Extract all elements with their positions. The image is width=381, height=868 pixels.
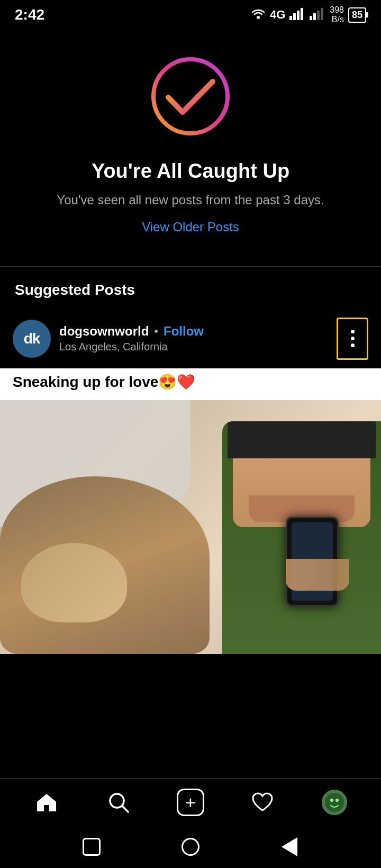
data-speed: 398B/s: [330, 5, 344, 24]
svg-point-0: [257, 16, 260, 19]
caught-up-section: You're All Caught Up You've seen all new…: [0, 28, 381, 266]
caught-up-title: You're All Caught Up: [92, 160, 289, 183]
svg-rect-3: [297, 11, 300, 20]
android-home-icon: [182, 838, 199, 856]
nav-home[interactable]: [25, 784, 68, 821]
status-bar: 2:42 4G: [0, 0, 381, 28]
battery-indicator: 85: [348, 7, 366, 23]
post-location: Los Angeles, California: [59, 341, 328, 353]
status-time: 2:42: [15, 6, 44, 23]
add-post-icon: +: [177, 789, 204, 816]
svg-rect-5: [310, 16, 312, 20]
signal-bars-2: [310, 7, 325, 23]
bottom-nav: +: [0, 778, 381, 826]
svg-rect-2: [293, 13, 296, 20]
svg-point-13: [325, 793, 344, 812]
svg-point-15: [335, 799, 339, 802]
username-row: dogsownworld • Follow: [59, 324, 328, 339]
svg-rect-8: [321, 8, 323, 20]
nav-add[interactable]: +: [169, 784, 212, 821]
post-user-info: dogsownworld • Follow Los Angeles, Calif…: [59, 324, 328, 353]
avatar[interactable]: dk: [13, 320, 51, 358]
post-header: dk dogsownworld • Follow Los Angeles, Ca…: [0, 309, 381, 368]
android-home-button[interactable]: [177, 834, 204, 860]
android-recent-button[interactable]: [78, 834, 105, 860]
post-image: [0, 400, 381, 654]
signal-type: 4G: [270, 8, 285, 22]
three-dots-icon: [351, 330, 355, 347]
caught-up-subtitle: You've seen all new posts from the past …: [57, 191, 324, 209]
svg-line-11: [122, 806, 128, 812]
view-older-posts-link[interactable]: View Older Posts: [142, 220, 239, 234]
post-username[interactable]: dogsownworld: [59, 324, 149, 339]
heart-icon: [251, 792, 274, 812]
post-caption: Sneaking up for love😍❤️: [0, 368, 381, 400]
svg-rect-1: [289, 16, 292, 20]
suggested-posts-header: Suggested Posts: [0, 267, 381, 309]
svg-point-14: [330, 799, 333, 802]
dot-separator: •: [154, 324, 158, 338]
svg-point-9: [153, 59, 228, 133]
more-options-button[interactable]: [337, 318, 368, 360]
nav-profile[interactable]: [313, 784, 356, 821]
recent-apps-icon: [83, 838, 101, 856]
suggested-posts-section: Suggested Posts dk dogsownworld • Follow…: [0, 267, 381, 654]
nav-search[interactable]: [97, 784, 140, 821]
android-back-button[interactable]: [276, 834, 303, 860]
search-icon: [108, 792, 129, 813]
signal-bars: [289, 7, 305, 23]
nav-heart[interactable]: [241, 784, 284, 821]
svg-rect-6: [313, 13, 316, 20]
home-icon: [36, 792, 57, 812]
svg-rect-4: [301, 8, 303, 20]
android-back-icon: [282, 837, 297, 856]
svg-rect-7: [317, 11, 320, 20]
follow-button[interactable]: Follow: [164, 324, 204, 339]
checkmark-circle: [148, 54, 233, 139]
wifi-icon: [251, 7, 266, 22]
android-nav-bar: [0, 826, 381, 868]
avatar-initials: dk: [13, 320, 51, 358]
profile-avatar: [322, 790, 347, 815]
status-icons: 4G 398B/s 85: [251, 5, 366, 24]
